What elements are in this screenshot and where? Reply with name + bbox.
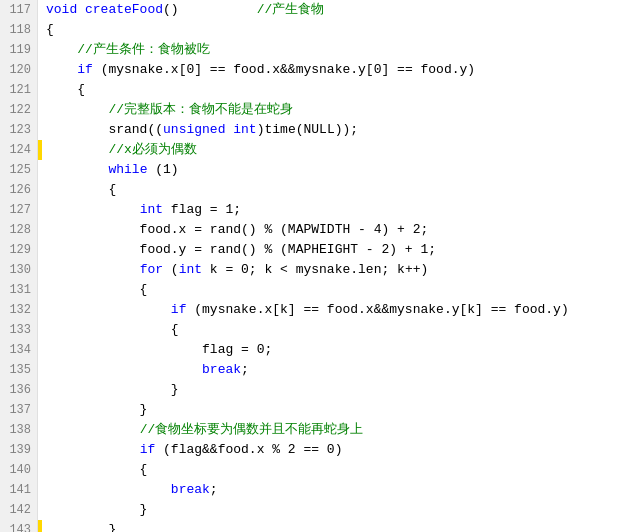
code-token: (mysnake.x[k] == food.x&&mysnake.y[k] ==…: [186, 302, 568, 317]
line-content: {: [42, 460, 624, 480]
code-token: [46, 42, 77, 57]
code-line-129: 129 food.y = rand() % (MAPHEIGHT - 2) + …: [0, 240, 624, 260]
code-token: [46, 482, 171, 497]
code-line-122: 122 //完整版本：食物不能是在蛇身: [0, 100, 624, 120]
code-token: food.x = rand() % (MAPWIDTH - 4) + 2;: [46, 222, 428, 237]
line-number: 124: [0, 140, 38, 160]
code-line-121: 121 {: [0, 80, 624, 100]
code-line-136: 136 }: [0, 380, 624, 400]
line-content: //食物坐标要为偶数并且不能再蛇身上: [42, 420, 624, 440]
code-line-133: 133 {: [0, 320, 624, 340]
code-token: [46, 442, 140, 457]
code-token: (mysnake.x[0] == food.x&&mysnake.y[0] ==…: [93, 62, 475, 77]
code-line-142: 142 }: [0, 500, 624, 520]
code-token: (1): [147, 162, 178, 177]
line-number: 141: [0, 480, 38, 500]
code-line-141: 141 break;: [0, 480, 624, 500]
code-line-126: 126 {: [0, 180, 624, 200]
code-token: food.y = rand() % (MAPHEIGHT - 2) + 1;: [46, 242, 436, 257]
code-line-118: 118{: [0, 20, 624, 40]
code-token: }: [46, 502, 147, 517]
code-token: void: [46, 2, 85, 17]
code-token: }: [46, 402, 147, 417]
code-token: break: [171, 482, 210, 497]
code-token: (: [163, 262, 179, 277]
code-token: }: [46, 382, 179, 397]
code-token: (): [163, 2, 257, 17]
line-content: void createFood() //产生食物: [42, 0, 624, 20]
code-token: k = 0; k < mysnake.len; k++): [202, 262, 428, 277]
code-token: {: [46, 82, 85, 97]
code-token: {: [46, 462, 147, 477]
line-content: {: [42, 320, 624, 340]
code-line-143: 143 }: [0, 520, 624, 532]
code-line-125: 125 while (1): [0, 160, 624, 180]
code-line-128: 128 food.x = rand() % (MAPWIDTH - 4) + 2…: [0, 220, 624, 240]
code-token: while: [108, 162, 147, 177]
code-token: unsigned: [163, 122, 225, 137]
code-token: int: [233, 122, 256, 137]
line-number: 135: [0, 360, 38, 380]
code-token: )time(NULL));: [257, 122, 358, 137]
line-content: while (1): [42, 160, 624, 180]
line-content: }: [42, 400, 624, 420]
code-token: //x必须为偶数: [108, 142, 196, 157]
code-token: {: [46, 22, 54, 37]
line-number: 136: [0, 380, 38, 400]
line-content: //x必须为偶数: [42, 140, 624, 160]
code-token: [46, 62, 77, 77]
line-content: {: [42, 80, 624, 100]
line-number: 139: [0, 440, 38, 460]
code-token: int: [140, 202, 163, 217]
code-token: createFood: [85, 2, 163, 17]
line-number: 133: [0, 320, 38, 340]
line-number: 142: [0, 500, 38, 520]
code-token: flag = 0;: [46, 342, 272, 357]
code-token: if: [171, 302, 187, 317]
code-line-139: 139 if (flag&&food.x % 2 == 0): [0, 440, 624, 460]
line-content: if (mysnake.x[0] == food.x&&mysnake.y[0]…: [42, 60, 624, 80]
line-number: 121: [0, 80, 38, 100]
code-line-127: 127 int flag = 1;: [0, 200, 624, 220]
code-line-138: 138 //食物坐标要为偶数并且不能再蛇身上: [0, 420, 624, 440]
code-token: if: [140, 442, 156, 457]
code-line-120: 120 if (mysnake.x[0] == food.x&&mysnake.…: [0, 60, 624, 80]
line-content: food.x = rand() % (MAPWIDTH - 4) + 2;: [42, 220, 624, 240]
line-number: 138: [0, 420, 38, 440]
line-number: 123: [0, 120, 38, 140]
line-number: 128: [0, 220, 38, 240]
code-line-140: 140 {: [0, 460, 624, 480]
code-line-117: 117void createFood() //产生食物: [0, 0, 624, 20]
code-line-123: 123 srand((unsigned int)time(NULL));: [0, 120, 624, 140]
code-line-134: 134 flag = 0;: [0, 340, 624, 360]
line-content: if (flag&&food.x % 2 == 0): [42, 440, 624, 460]
line-number: 126: [0, 180, 38, 200]
code-line-131: 131 {: [0, 280, 624, 300]
code-token: //产生条件：食物被吃: [77, 42, 210, 57]
line-number: 118: [0, 20, 38, 40]
line-number: 120: [0, 60, 38, 80]
line-content: break;: [42, 360, 624, 380]
code-token: {: [46, 282, 147, 297]
line-content: }: [42, 520, 624, 532]
line-number: 132: [0, 300, 38, 320]
line-number: 127: [0, 200, 38, 220]
code-token: [46, 422, 140, 437]
line-content: srand((unsigned int)time(NULL));: [42, 120, 624, 140]
code-token: //完整版本：食物不能是在蛇身: [108, 102, 293, 117]
code-token: [46, 142, 108, 157]
code-token: for: [140, 262, 163, 277]
code-token: //食物坐标要为偶数并且不能再蛇身上: [140, 422, 364, 437]
line-content: }: [42, 500, 624, 520]
code-token: if: [77, 62, 93, 77]
code-token: ;: [241, 362, 249, 377]
line-content: break;: [42, 480, 624, 500]
code-token: //产生食物: [257, 2, 325, 17]
code-editor: 117void createFood() //产生食物118{119 //产生条…: [0, 0, 624, 532]
code-token: flag = 1;: [163, 202, 241, 217]
code-line-137: 137 }: [0, 400, 624, 420]
line-content: food.y = rand() % (MAPHEIGHT - 2) + 1;: [42, 240, 624, 260]
code-token: {: [46, 322, 179, 337]
code-token: [46, 362, 202, 377]
line-content: {: [42, 20, 624, 40]
